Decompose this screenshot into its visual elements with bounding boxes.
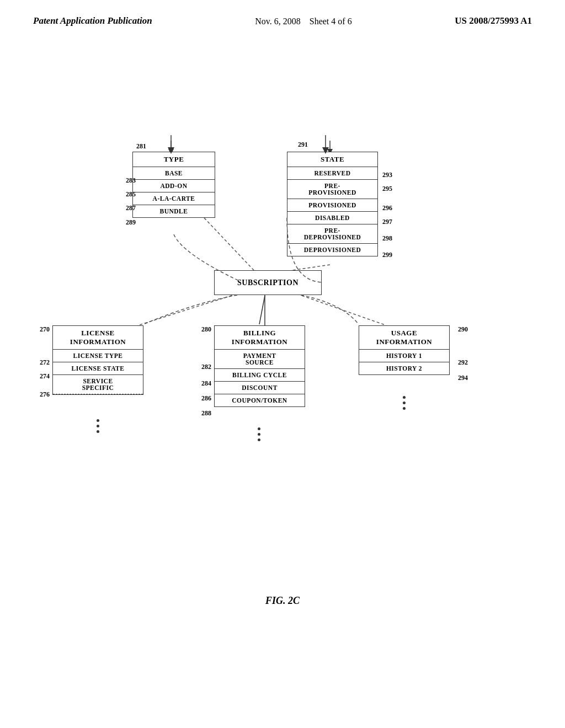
svg-line-6 [138,292,242,325]
label-296: 296 [382,204,392,212]
usage-header: USAGEINFORMATION [359,326,449,350]
billing-payment: PAYMENTSOURCE [215,350,305,369]
state-box: STATE RESERVED PRE-PROVISIONED PROVISION… [287,152,378,256]
state-reserved: RESERVED [287,167,377,180]
label-284: 284 [201,379,211,388]
sheet-label: Sheet 4 of 6 [310,17,352,26]
label-294: 294 [458,374,468,382]
state-header: STATE [287,152,377,167]
subscription-box: SUBSCRIPTION [214,270,322,295]
diagram-area: TYPE BASE ADD-ON A-LA-CARTE BUNDLE STATE… [0,33,565,640]
publication-label: Patent Application Publication [33,15,152,26]
state-provisioned: PROVISIONED [287,199,377,212]
state-deprovisioned: DEPROVISIONED [287,244,377,256]
type-addon: ADD-ON [133,180,215,192]
state-preprovisioned: PRE-PROVISIONED [287,180,377,199]
usage-history1: HISTORY 1 [359,350,449,362]
svg-line-4 [204,218,254,270]
figure-caption: FIG. 2C [265,595,300,607]
label-285: 285 [126,190,136,199]
label-281: 281 [136,142,146,151]
license-service: SERVICESPECIFIC [53,375,143,394]
svg-line-8 [292,292,386,325]
usage-history2: HISTORY 2 [359,362,449,374]
billing-coupon: COUPON/TOKEN [215,394,305,406]
billing-box: BILLINGINFORMATION PAYMENTSOURCE BILLING… [214,325,305,407]
state-predeprovisioned: PRE-DEPROVISIONED [287,224,377,244]
license-state: LICENSE STATE [53,362,143,375]
label-293: 293 [382,171,392,179]
subscription-label: SUBSCRIPTION [233,274,303,292]
license-dots [97,419,99,433]
label-274: 274 [40,372,50,381]
billing-dots [258,427,260,441]
date-label: Nov. 6, 2008 [255,17,301,26]
label-289: 289 [126,218,136,227]
state-disabled: DISABLED [287,212,377,224]
type-bundle: BUNDLE [133,205,215,217]
header-right: US 2008/275993 A1 [455,15,532,26]
svg-line-5 [292,265,330,270]
label-287: 287 [126,204,136,212]
header-center: Nov. 6, 2008 Sheet 4 of 6 [255,15,351,28]
label-276: 276 [40,390,50,399]
type-base: BASE [133,167,215,180]
label-286: 286 [201,394,211,403]
label-283: 283 [126,176,136,185]
label-280: 280 [201,325,211,334]
usage-box: USAGEINFORMATION HISTORY 1 HISTORY 2 [359,325,450,375]
license-box: LICENSEINFORMATION LICENSE TYPE LICENSE … [52,325,143,395]
billing-header: BILLINGINFORMATION [215,326,305,350]
label-298: 298 [382,234,392,243]
label-290: 290 [458,325,468,334]
type-header: TYPE [133,152,215,167]
label-292: 292 [458,358,468,367]
patent-number-label: US 2008/275993 A1 [455,15,532,26]
usage-dots [403,396,406,410]
label-272: 272 [40,358,50,367]
type-box: TYPE BASE ADD-ON A-LA-CARTE BUNDLE [132,152,215,218]
label-288: 288 [201,409,211,417]
license-header: LICENSEINFORMATION [53,326,143,350]
label-282: 282 [201,363,211,371]
header-left: Patent Application Publication [33,15,152,26]
label-297: 297 [382,218,392,226]
billing-cycle: BILLING CYCLE [215,369,305,382]
billing-discount: DISCOUNT [215,382,305,394]
label-270: 270 [40,325,50,334]
svg-line-11 [259,296,265,324]
label-295: 295 [382,185,392,193]
label-291: 291 [298,141,308,149]
page-header: Patent Application Publication Nov. 6, 2… [0,0,565,28]
type-alacarte: A-LA-CARTE [133,192,215,205]
license-type: LICENSE TYPE [53,350,143,362]
label-299: 299 [382,251,392,259]
